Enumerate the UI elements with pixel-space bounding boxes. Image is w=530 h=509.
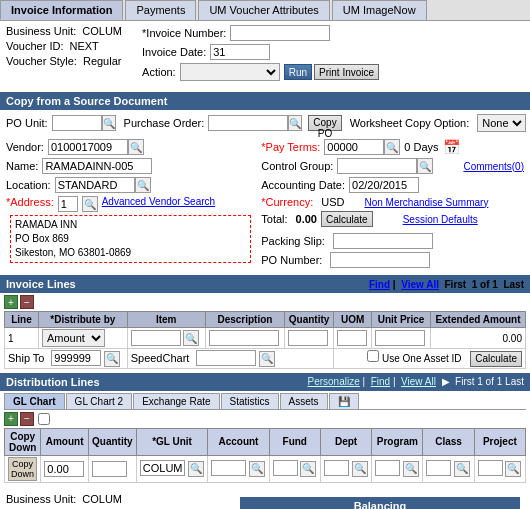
invoice-lines-add-button[interactable]: + xyxy=(4,295,18,309)
dist-find-link[interactable]: Find xyxy=(371,376,390,387)
vendor-search-icon[interactable]: 🔍 xyxy=(128,139,144,155)
dist-project-input[interactable] xyxy=(478,460,503,476)
dist-class-input[interactable] xyxy=(426,460,451,476)
dist-account-input[interactable] xyxy=(211,460,246,476)
sub-tab-gl-chart-2[interactable]: GL Chart 2 xyxy=(66,393,133,409)
dist-fund-input[interactable] xyxy=(273,460,298,476)
dist-personalize-link[interactable]: Personalize xyxy=(308,376,360,387)
dist-remove-button[interactable]: − xyxy=(20,412,34,426)
dist-checkbox[interactable] xyxy=(38,413,50,425)
dist-cell-class[interactable]: 🔍 xyxy=(423,455,474,482)
tab-payments[interactable]: Payments xyxy=(125,0,196,20)
dist-add-button[interactable]: + xyxy=(4,412,18,426)
cell-distribute-by[interactable]: Amount Quantity xyxy=(38,328,127,349)
dist-account-search[interactable]: 🔍 xyxy=(249,461,265,477)
find-link[interactable]: Find xyxy=(369,279,390,290)
dist-fund-search[interactable]: 🔍 xyxy=(300,461,316,477)
uom-input[interactable] xyxy=(337,330,367,346)
dist-dept-input[interactable] xyxy=(324,460,349,476)
session-defaults-link[interactable]: Session Defaults xyxy=(403,214,478,225)
use-asset-checkbox[interactable] xyxy=(367,350,379,362)
non-merch-link[interactable]: Non Merchandise Summary xyxy=(364,197,488,208)
description-input[interactable] xyxy=(209,330,279,346)
copy-down-button[interactable]: CopyDown xyxy=(8,457,37,481)
dist-cell-account[interactable]: 🔍 xyxy=(208,455,269,482)
distribute-by-select[interactable]: Amount Quantity xyxy=(42,329,105,347)
item-input[interactable] xyxy=(131,330,181,346)
pay-terms-search-icon[interactable]: 🔍 xyxy=(384,139,400,155)
comments-link[interactable]: Comments(0) xyxy=(463,161,524,172)
po-unit-input[interactable] xyxy=(52,115,102,131)
dist-cell-fund[interactable]: 🔍 xyxy=(269,455,320,482)
dist-cell-quantity[interactable] xyxy=(88,455,136,482)
view-all-link[interactable]: View All xyxy=(401,279,439,290)
dist-lines-area: GL Chart GL Chart 2 Exchange Rate Statis… xyxy=(0,393,530,483)
sub-tab-assets[interactable]: Assets xyxy=(280,393,328,409)
accounting-date-label: Accounting Date: xyxy=(261,179,345,191)
dist-cell-project[interactable]: 🔍 xyxy=(474,455,525,482)
address-input[interactable] xyxy=(58,196,78,212)
cell-description[interactable] xyxy=(205,328,284,349)
dist-gl-unit-input[interactable] xyxy=(140,460,185,476)
cell-uom[interactable] xyxy=(334,328,372,349)
worksheet-select[interactable]: None xyxy=(477,114,526,132)
ship-to-input[interactable] xyxy=(51,350,101,366)
dist-cell-dept[interactable]: 🔍 xyxy=(320,455,371,482)
dist-program-input[interactable] xyxy=(375,460,400,476)
sub-tab-exchange-rate[interactable]: Exchange Rate xyxy=(133,393,219,409)
dist-project-search[interactable]: 🔍 xyxy=(505,461,521,477)
dist-cell-copy-down[interactable]: CopyDown xyxy=(5,455,41,482)
control-group-search-icon[interactable]: 🔍 xyxy=(417,158,433,174)
dist-amount-input[interactable] xyxy=(44,461,84,477)
packing-slip-input[interactable] xyxy=(333,233,433,249)
vendor-name-input[interactable] xyxy=(42,158,152,174)
copy-po-button[interactable]: Copy PO xyxy=(308,115,341,131)
item-search-icon[interactable]: 🔍 xyxy=(183,330,199,346)
accounting-date-input[interactable] xyxy=(349,177,419,193)
location-input[interactable] xyxy=(55,177,135,193)
cell-item[interactable]: 🔍 xyxy=(127,328,205,349)
control-group-input[interactable] xyxy=(337,158,417,174)
dist-view-all-link[interactable]: View All xyxy=(401,376,436,387)
location-search-icon[interactable]: 🔍 xyxy=(135,177,151,193)
dist-dept-search[interactable]: 🔍 xyxy=(352,461,368,477)
dist-program-search[interactable]: 🔍 xyxy=(403,461,419,477)
pay-terms-input[interactable] xyxy=(324,139,384,155)
dist-quantity-input[interactable] xyxy=(92,461,127,477)
run-button[interactable]: Run xyxy=(284,64,312,80)
purchase-order-input[interactable] xyxy=(208,115,288,131)
calculate-button-top[interactable]: Calculate xyxy=(321,211,373,227)
print-invoice-button-top[interactable]: Print Invoice xyxy=(314,64,379,80)
speed-chart-input[interactable] xyxy=(196,350,256,366)
ship-to-search-icon[interactable]: 🔍 xyxy=(104,351,120,367)
calculate-button-lines[interactable]: Calculate xyxy=(470,351,522,367)
cell-quantity[interactable] xyxy=(285,328,334,349)
dist-cell-gl-unit[interactable]: 🔍 xyxy=(136,455,207,482)
tab-um-imagenow[interactable]: UM ImageNow xyxy=(332,0,427,20)
tab-um-voucher[interactable]: UM Voucher Attributes xyxy=(198,0,329,20)
sub-tab-statistics[interactable]: Statistics xyxy=(221,393,279,409)
dist-class-search[interactable]: 🔍 xyxy=(454,461,470,477)
address-search-icon[interactable]: 🔍 xyxy=(82,196,98,212)
dist-gl-unit-search[interactable]: 🔍 xyxy=(188,461,204,477)
po-number-input[interactable] xyxy=(330,252,430,268)
tab-invoice-information[interactable]: Invoice Information xyxy=(0,0,123,20)
dist-cell-amount[interactable] xyxy=(41,455,88,482)
ship-to-cell: Ship To 🔍 xyxy=(5,349,128,369)
pay-terms-calendar-icon[interactable]: 📅 xyxy=(443,139,460,155)
quantity-input[interactable] xyxy=(288,330,328,346)
speed-chart-search-icon[interactable]: 🔍 xyxy=(259,351,275,367)
dist-cell-program[interactable]: 🔍 xyxy=(372,455,423,482)
invoice-lines-remove-button[interactable]: − xyxy=(20,295,34,309)
unit-price-input[interactable] xyxy=(375,330,425,346)
invoice-date-input[interactable] xyxy=(210,44,270,60)
sub-tab-extra[interactable]: 💾 xyxy=(329,393,359,409)
advanced-vendor-search-link[interactable]: Advanced Vendor Search xyxy=(102,196,215,207)
action-select[interactable] xyxy=(180,63,280,81)
cell-unit-price[interactable] xyxy=(372,328,431,349)
sub-tab-gl-chart[interactable]: GL Chart xyxy=(4,393,65,409)
invoice-number-input[interactable] xyxy=(230,25,330,41)
purchase-order-search-icon[interactable]: 🔍 xyxy=(288,115,302,131)
po-unit-search-icon[interactable]: 🔍 xyxy=(102,115,116,131)
vendor-input[interactable] xyxy=(48,139,128,155)
